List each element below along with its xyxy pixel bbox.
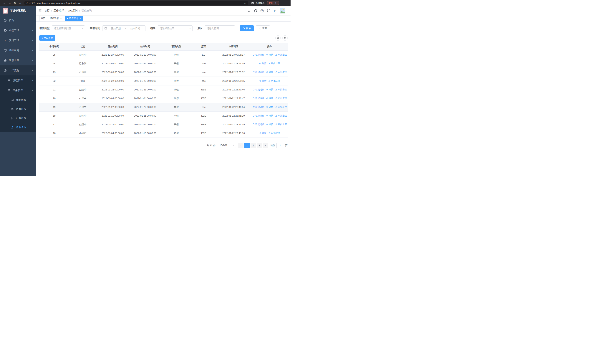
sidebar-item-task-mgmt[interactable]: 任务管理 › — [0, 85, 36, 95]
sidebar-item-my-process[interactable]: 我的流程 — [0, 95, 36, 104]
sidebar-item-done-tasks[interactable]: 已办任务 — [0, 114, 36, 123]
breadcrumb-item[interactable]: OA 示例 — [68, 9, 77, 12]
tags-view-bar: 首页 流程详情 × 请假查询 × — [36, 15, 291, 22]
approval-progress-link[interactable]: 审批进度 — [268, 131, 280, 135]
sidebar-item-system-mgmt[interactable]: 系统管理 › — [0, 25, 36, 35]
search-button[interactable]: 搜索 — [240, 25, 254, 31]
tab-leave-query[interactable]: 请假查询 × — [65, 16, 83, 21]
page-size-select[interactable]: 10条/页 › — [218, 143, 236, 148]
sidebar-item-dev-tools[interactable]: 研发工具 › — [0, 56, 36, 65]
approval-progress-link[interactable]: 审批进度 — [275, 53, 287, 56]
approval-progress-link[interactable]: 审批进度 — [275, 123, 287, 126]
approval-progress-link[interactable]: 审批进度 — [268, 62, 280, 65]
cancel-leave-link[interactable]: 取消请假 — [253, 53, 264, 56]
next-page-button[interactable]: › — [263, 143, 268, 148]
row-actions: 详情审批进度 — [251, 76, 288, 85]
sidebar-item-leave-query[interactable]: 请假查询 — [0, 123, 36, 132]
leave-table: 申请编号 状态 开始时间 结束时间 请假类型 原因 申请时间 操作 25处理中2… — [39, 43, 288, 138]
home-icon[interactable]: ⌂ — [18, 0, 23, 6]
search-icon[interactable] — [246, 9, 252, 12]
approval-progress-link[interactable]: 审批进度 — [275, 97, 287, 100]
approval-progress-link[interactable]: 审批进度 — [275, 88, 287, 91]
gear-icon — [4, 29, 7, 32]
approval-progress-link[interactable]: 审批进度 — [268, 79, 280, 83]
sidebar-item-infrastructure[interactable]: 基础设施 › — [0, 45, 36, 56]
date-range-picker[interactable]: - — [102, 25, 145, 31]
cancel-leave-link[interactable]: 取消请假 — [253, 97, 264, 100]
result-select[interactable]: › — [158, 25, 193, 31]
leave-type-select[interactable]: › — [52, 25, 85, 31]
github-icon[interactable] — [252, 9, 259, 12]
leave-type-select-input[interactable] — [54, 27, 81, 30]
refresh-icon — [259, 27, 261, 30]
end-date-input[interactable] — [127, 27, 143, 30]
back-icon[interactable]: ← — [2, 0, 7, 6]
cell-start-time: 2022-01-11 00:00:00 — [96, 111, 129, 120]
cancel-leave-link[interactable]: 取消请假 — [253, 71, 264, 74]
detail-link[interactable]: 详情 — [266, 88, 273, 91]
update-chip[interactable]: 更新 ⋮ — [267, 1, 279, 5]
cell-reason: EEE — [191, 94, 216, 103]
start-date-input[interactable] — [108, 27, 124, 30]
user-menu[interactable] — [280, 8, 288, 14]
detail-link[interactable]: 详情 — [266, 123, 273, 126]
prev-page-button[interactable]: ‹ — [238, 143, 244, 148]
security-chip[interactable]: ⚠ 不安全 — [26, 1, 36, 5]
detail-link[interactable]: 详情 — [266, 97, 273, 100]
sidebar-item-process-mgmt[interactable]: 流程管理 › — [0, 75, 36, 85]
reset-button[interactable]: 重置 — [256, 25, 270, 31]
approval-progress-link[interactable]: 审批进度 — [275, 105, 287, 109]
bookmark-star-icon[interactable]: ☆ — [244, 2, 246, 5]
app-logo-row[interactable]: 芋道管理系统 — [0, 6, 36, 15]
breadcrumb-item[interactable]: 首页 — [44, 9, 49, 12]
detail-link[interactable]: 详情 — [266, 71, 273, 74]
close-icon[interactable]: × — [79, 17, 82, 20]
page-button-3[interactable]: 3 — [257, 143, 262, 148]
approval-progress-link[interactable]: 审批进度 — [275, 114, 287, 117]
tab-process-detail[interactable]: 流程详情 × — [48, 16, 64, 21]
detail-link[interactable]: 详情 — [259, 62, 266, 65]
cancel-leave-link[interactable]: 取消请假 — [253, 114, 264, 117]
detail-link[interactable]: 详情 — [259, 131, 266, 135]
detail-link[interactable]: 详情 — [266, 53, 273, 56]
approval-progress-link[interactable]: 审批进度 — [275, 71, 287, 74]
sidebar-item-home[interactable]: 首页 — [0, 15, 36, 25]
reload-icon[interactable]: ↻ — [12, 0, 18, 6]
cancel-leave-link[interactable]: 取消请假 — [253, 105, 264, 109]
tab-home[interactable]: 首页 — [39, 16, 47, 21]
cancel-leave-link[interactable]: 取消请假 — [253, 88, 264, 91]
help-icon[interactable]: ? — [259, 9, 265, 12]
sidebar-collapse-icon[interactable] — [36, 6, 44, 15]
app-window: 芋道管理系统 首页 系统管理 › ¥ 支付管理 › — [0, 6, 291, 176]
page-button-1[interactable]: 1 — [244, 143, 250, 148]
browser-menu-icon[interactable]: ⋮ — [274, 2, 277, 4]
main-area: 首页 / 工作流程 / OA 示例 / 请假查询 ? — [36, 6, 291, 176]
cell-id: 18 — [39, 111, 69, 120]
breadcrumb-item[interactable]: 工作流程 — [54, 9, 64, 12]
detail-link[interactable]: 详情 — [266, 114, 273, 117]
create-leave-button[interactable]: + 发起请假 — [39, 35, 55, 41]
reason-input[interactable] — [207, 27, 233, 30]
page-button-2[interactable]: 2 — [251, 143, 256, 148]
edit-icon — [275, 88, 277, 91]
goto-page-input[interactable] — [276, 143, 284, 148]
cell-apply-time: 2022-01-22 23:53:32 — [216, 68, 251, 76]
cell-reason: eee — [191, 59, 216, 68]
sidebar-item-todo-tasks[interactable]: 待办任务 — [0, 104, 36, 114]
avatar[interactable] — [280, 8, 285, 14]
address-bar[interactable]: ⚠ 不安全 dashboard.yudao.iocoder.cn/bpm/oa/… — [24, 1, 248, 5]
cell-id: 25 — [39, 50, 69, 59]
sidebar-item-workflow[interactable]: 工作流程 › — [0, 65, 36, 75]
close-icon[interactable]: × — [60, 17, 62, 20]
sidebar-item-payment-mgmt[interactable]: ¥ 支付管理 › — [0, 35, 36, 45]
result-select-input[interactable] — [160, 27, 189, 30]
view-icon — [259, 132, 262, 134]
forward-icon[interactable]: → — [7, 0, 12, 6]
toggle-search-button[interactable] — [275, 35, 281, 41]
detail-link[interactable]: 详情 — [266, 105, 273, 109]
refresh-table-button[interactable] — [282, 35, 288, 41]
detail-link[interactable]: 详情 — [259, 79, 266, 83]
cancel-leave-link[interactable]: 取消请假 — [253, 123, 264, 126]
fullscreen-icon[interactable] — [265, 9, 272, 12]
font-size-icon[interactable]: TT — [272, 9, 278, 12]
